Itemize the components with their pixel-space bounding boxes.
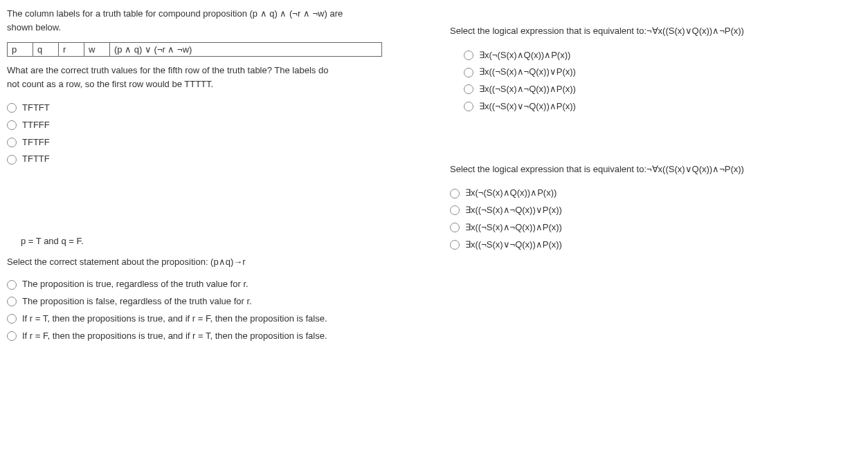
radio-icon xyxy=(450,223,460,232)
radio-icon xyxy=(7,103,17,113)
q1-option-0[interactable]: TFTFT xyxy=(7,101,408,115)
q4-option-3[interactable]: ∃x((¬S(x)∨¬Q(x))∧P(x)) xyxy=(450,238,838,252)
q1-option-label: TFTTF xyxy=(22,152,50,167)
radio-icon xyxy=(7,280,17,290)
q2-option-1[interactable]: The proposition is false, regardless of … xyxy=(7,295,408,309)
q1-intro-line2: shown below. xyxy=(7,22,61,32)
radio-icon xyxy=(7,331,17,341)
q1-option-1[interactable]: TTFFF xyxy=(7,118,408,133)
q4-option-label: ∃x((¬S(x)∨¬Q(x))∧P(x)) xyxy=(465,238,562,252)
q3-option-3[interactable]: ∃x((¬S(x)∨¬Q(x))∧P(x)) xyxy=(464,100,838,114)
radio-icon xyxy=(450,205,460,215)
q2-given: p = T and q = F. xyxy=(21,236,408,246)
q4-option-label: ∃x((¬S(x)∧¬Q(x))∧P(x)) xyxy=(465,221,562,235)
q1-option-3[interactable]: TFTTF xyxy=(7,152,408,167)
q2-option-label: The proposition is false, regardless of … xyxy=(22,295,252,309)
q3-option-label: ∃x((¬S(x)∧¬Q(x))∨P(x)) xyxy=(479,65,576,80)
q1-option-label: TTFFF xyxy=(22,118,50,133)
q2-option-2[interactable]: If r = T, then the propositions is true,… xyxy=(7,312,408,326)
q1-question-line2: not count as a row, so the first row wou… xyxy=(7,79,213,89)
q2-option-label: The proposition is true, regardless of t… xyxy=(22,277,248,292)
radio-icon xyxy=(450,240,460,250)
q1-option-label: TFTFF xyxy=(22,136,50,150)
q2-option-label: If r = F, then the propositions is true,… xyxy=(22,329,327,344)
radio-icon xyxy=(7,297,17,306)
q4-option-2[interactable]: ∃x((¬S(x)∧¬Q(x))∧P(x)) xyxy=(450,221,838,235)
q4-option-label: ∃x((¬S(x)∧¬Q(x))∨P(x)) xyxy=(465,203,562,218)
radio-icon xyxy=(464,68,473,77)
q1-intro-line1: The column labels for a truth table for … xyxy=(7,8,343,19)
col-w: w xyxy=(84,43,110,57)
q1-option-label: TFTFT xyxy=(22,101,50,115)
radio-icon xyxy=(450,189,460,198)
radio-icon xyxy=(464,50,473,60)
q1-option-2[interactable]: TFTFF xyxy=(7,136,408,150)
q1-options: TFTFT TTFFF TFTFF TFTTF xyxy=(7,101,408,167)
question-4: Select the logical expression that is eq… xyxy=(450,162,838,252)
q1-question: What are the correct truth values for th… xyxy=(7,64,408,91)
radio-icon xyxy=(464,84,473,94)
question-3: Select the logical expression that is eq… xyxy=(450,24,838,114)
q4-option-1[interactable]: ∃x((¬S(x)∧¬Q(x))∨P(x)) xyxy=(450,203,838,218)
radio-icon xyxy=(7,155,17,165)
radio-icon xyxy=(7,314,17,324)
q3-options: ∃x(¬(S(x)∧Q(x))∧P(x)) ∃x((¬S(x)∧¬Q(x))∨P… xyxy=(464,48,838,114)
q3-option-label: ∃x((¬S(x)∧¬Q(x))∧P(x)) xyxy=(479,82,576,97)
q1-intro: The column labels for a truth table for … xyxy=(7,7,408,34)
q3-option-label: ∃x((¬S(x)∨¬Q(x))∧P(x)) xyxy=(479,100,576,114)
q2-option-3[interactable]: If r = F, then the propositions is true,… xyxy=(7,329,408,344)
question-2: p = T and q = F. Select the correct stat… xyxy=(7,236,408,343)
radio-icon xyxy=(7,120,17,130)
q3-option-label: ∃x(¬(S(x)∧Q(x))∧P(x)) xyxy=(479,48,570,63)
truth-table-header: p q r w (p ∧ q) ∨ (¬r ∧ ¬w) xyxy=(7,42,382,57)
q4-option-label: ∃x(¬(S(x)∧Q(x))∧P(x)) xyxy=(465,186,557,201)
col-expr: (p ∧ q) ∨ (¬r ∧ ¬w) xyxy=(110,43,382,57)
q3-prompt: Select the logical expression that is eq… xyxy=(450,24,838,38)
q4-options: ∃x(¬(S(x)∧Q(x))∧P(x)) ∃x((¬S(x)∧¬Q(x))∨P… xyxy=(450,186,838,252)
question-1: The column labels for a truth table for … xyxy=(7,7,408,167)
q2-option-label: If r = T, then the propositions is true,… xyxy=(22,312,327,326)
col-r: r xyxy=(59,43,84,57)
col-q: q xyxy=(33,43,59,57)
q4-prompt: Select the logical expression that is eq… xyxy=(450,162,838,176)
radio-icon xyxy=(7,138,17,147)
radio-icon xyxy=(464,102,473,111)
q1-question-line1: What are the correct truth values for th… xyxy=(7,65,328,75)
q3-option-1[interactable]: ∃x((¬S(x)∧¬Q(x))∨P(x)) xyxy=(464,65,838,80)
q2-option-0[interactable]: The proposition is true, regardless of t… xyxy=(7,277,408,292)
col-p: p xyxy=(8,43,33,57)
q4-option-0[interactable]: ∃x(¬(S(x)∧Q(x))∧P(x)) xyxy=(450,186,838,201)
q2-prompt: Select the correct statement about the p… xyxy=(7,257,408,267)
q3-option-0[interactable]: ∃x(¬(S(x)∧Q(x))∧P(x)) xyxy=(464,48,838,63)
q3-option-2[interactable]: ∃x((¬S(x)∧¬Q(x))∧P(x)) xyxy=(464,82,838,97)
q2-options: The proposition is true, regardless of t… xyxy=(7,277,408,343)
